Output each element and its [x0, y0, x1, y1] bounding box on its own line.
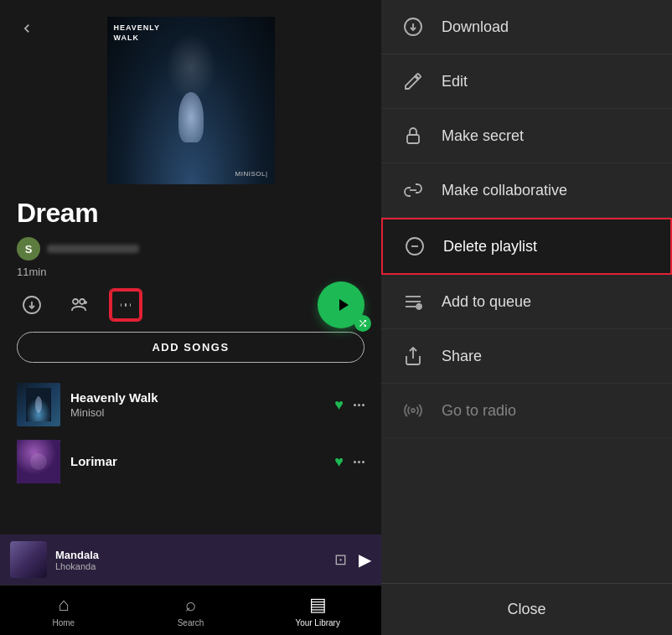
controls-row: [0, 278, 381, 332]
track-more-button[interactable]: [354, 404, 364, 406]
dot3: [130, 303, 131, 307]
album-title-text: HEAVENLYWALK: [114, 23, 161, 43]
playlist-meta: S: [17, 237, 364, 261]
download-button[interactable]: [17, 290, 47, 320]
track-name: Lorimar: [70, 454, 324, 468]
menu-label-make-secret: Make secret: [442, 127, 524, 145]
more-options-button[interactable]: [111, 290, 141, 320]
menu-label-edit: Edit: [442, 73, 468, 90]
track-more-button[interactable]: [354, 461, 364, 463]
close-label: Close: [507, 601, 545, 618]
nav-search-label: Search: [178, 618, 204, 627]
nav-library-label: Your Library: [295, 618, 340, 627]
bottom-nav: ⌂ Home ⌕ Search ▤ Your Library: [0, 585, 381, 635]
nav-home-label: Home: [52, 618, 75, 627]
now-playing-play-button[interactable]: ▶: [359, 550, 371, 570]
album-artist-text: MINISOL|: [235, 170, 268, 178]
now-playing-thumbnail: [10, 541, 47, 578]
dot2: [125, 303, 126, 307]
track-item[interactable]: Lorimar ♥: [0, 433, 381, 490]
playlist-info: Dream S 11min: [0, 184, 381, 278]
edit-icon: [401, 70, 425, 93]
menu-item-edit[interactable]: Edit: [381, 54, 672, 109]
track-info: Lorimar: [70, 454, 324, 470]
album-art: HEAVENLYWALK MINISOL|: [107, 17, 275, 184]
track-heart-icon[interactable]: ♥: [334, 396, 344, 414]
d1: [354, 404, 356, 406]
d3: [362, 404, 364, 406]
menu-label-add-to-queue: Add to queue: [442, 293, 531, 311]
add-queue-icon: [401, 290, 425, 313]
now-playing-artist: Lhokanda: [55, 561, 326, 571]
playlist-duration: 11min: [17, 266, 364, 278]
menu-item-make-secret[interactable]: Make secret: [381, 109, 672, 163]
nav-home[interactable]: ⌂ Home: [0, 594, 127, 627]
dot1: [121, 303, 121, 307]
context-menu: Download Edit Make secret Make c: [381, 0, 672, 635]
nav-library[interactable]: ▤ Your Library: [254, 594, 381, 627]
add-user-button[interactable]: [64, 290, 94, 320]
menu-spacer: [381, 438, 672, 583]
left-panel: HEAVENLYWALK MINISOL| Dream S 11min: [0, 0, 381, 635]
track-thumbnail: [17, 440, 60, 483]
d3: [362, 461, 364, 463]
now-playing-info: Mandala Lhokanda: [55, 549, 326, 571]
playlist-title: Dream: [17, 198, 364, 229]
track-thumbnail: [17, 383, 60, 426]
now-playing-controls: ⊡ ▶: [334, 550, 371, 570]
menu-label-make-collaborative: Make collaborative: [442, 182, 567, 199]
track-heart-icon[interactable]: ♥: [334, 453, 344, 471]
menu-item-add-to-queue[interactable]: Add to queue: [381, 275, 672, 329]
now-playing-title: Mandala: [55, 549, 326, 561]
svg-point-4: [30, 453, 47, 470]
album-light: [166, 34, 216, 101]
menu-item-download[interactable]: Download: [381, 0, 672, 54]
share-icon: [401, 344, 425, 368]
menu-item-go-to-radio[interactable]: Go to radio: [381, 384, 672, 438]
d1: [354, 461, 356, 463]
svg-point-17: [411, 409, 415, 412]
svg-rect-6: [407, 135, 419, 143]
track-artist: Minisol: [70, 406, 324, 419]
search-icon: ⌕: [185, 594, 196, 616]
track-item[interactable]: Heavenly Walk Minisol ♥: [0, 376, 381, 433]
now-playing-thumb-art: [10, 541, 47, 578]
username: [47, 245, 139, 253]
radio-icon: [401, 399, 425, 422]
menu-item-make-collaborative[interactable]: Make collaborative: [381, 163, 672, 218]
collaborative-icon: [401, 178, 425, 202]
track-info: Heavenly Walk Minisol: [70, 390, 324, 419]
close-button[interactable]: Close: [381, 583, 672, 635]
back-button[interactable]: [13, 15, 40, 42]
track-name: Heavenly Walk: [70, 390, 324, 405]
download-icon: [401, 15, 425, 39]
avatar: S: [17, 237, 40, 261]
menu-item-share[interactable]: Share: [381, 329, 672, 384]
menu-label-go-to-radio: Go to radio: [442, 402, 516, 420]
menu-item-delete-playlist[interactable]: Delete playlist: [381, 218, 672, 275]
menu-label-download: Download: [442, 18, 509, 36]
now-playing-bar: Mandala Lhokanda ⊡ ▶: [0, 534, 381, 585]
delete-icon: [403, 235, 426, 258]
device-icon[interactable]: ⊡: [334, 550, 347, 569]
d2: [358, 404, 360, 406]
shuffle-badge: [354, 315, 371, 332]
library-icon: ▤: [309, 594, 327, 616]
nav-search[interactable]: ⌕ Search: [127, 594, 255, 627]
menu-label-share: Share: [442, 348, 482, 365]
menu-label-delete-playlist: Delete playlist: [443, 238, 537, 256]
svg-point-2: [35, 396, 42, 413]
home-icon: ⌂: [58, 594, 69, 616]
lock-icon: [401, 124, 425, 147]
album-figure: [178, 92, 204, 142]
d2: [358, 461, 360, 463]
add-songs-button[interactable]: ADD SONGS: [17, 332, 364, 363]
